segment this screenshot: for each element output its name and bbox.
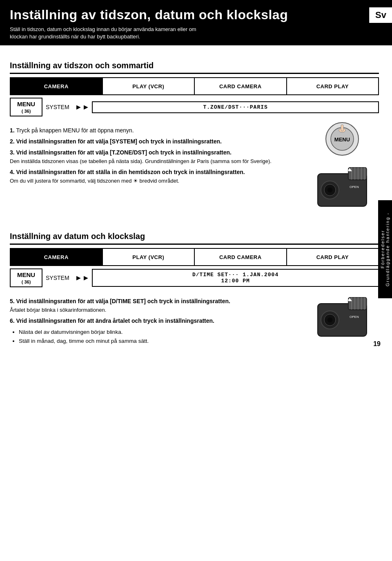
mode-card-camera: CARD CAMERA	[195, 78, 287, 94]
page-title: Inställning av tidszon, datum och klocks…	[10, 7, 382, 22]
svg-rect-6	[348, 168, 367, 180]
step-1: 1. Tryck på knappen MENU för att öppna m…	[10, 126, 298, 135]
system-label-2: SYSTEM	[46, 275, 69, 281]
section1-mode-bar: CAMERA PLAY (VCR) CARD CAMERA CARD PLAY	[10, 77, 379, 95]
main-content: Inställning av tidszon och sommartid CAM…	[0, 55, 392, 356]
svg-text:OPEN: OPEN	[350, 185, 359, 189]
menu-box-1: MENU ( 36)	[10, 98, 42, 116]
bullet-1: Nästa del av datumvisningen börjar blink…	[19, 328, 298, 337]
section2-steps: 5. Vrid inställningsratten för att välja…	[10, 291, 298, 345]
bullet-list: Nästa del av datumvisningen börjar blink…	[19, 328, 298, 345]
menu-button-illustration: MENU	[305, 121, 379, 159]
page-header: Inställning av tidszon, datum och klocks…	[0, 0, 392, 45]
svg-rect-4	[341, 125, 343, 131]
dial-svg-2: OPEN	[314, 295, 371, 344]
svg-point-15	[327, 188, 332, 192]
mode-camera: CAMERA	[11, 78, 103, 94]
section2-title: Inställning av datum och klockslag	[10, 226, 379, 245]
step-3: 3. Vrid inställningsratten för att välja…	[10, 148, 298, 165]
menu-sub-1: ( 36)	[15, 108, 38, 114]
sidebar-label: Grundläggande hantering - Förberedelser	[378, 200, 392, 298]
step-6: 6. Vrid inställningsratten för att ändra…	[10, 317, 298, 325]
dial-svg: OPEN	[314, 165, 371, 215]
menu-label-1: MENU	[15, 100, 38, 108]
mode2-play-vcr: PLAY (VCR)	[103, 249, 195, 265]
menu-box-2: MENU ( 36)	[10, 268, 42, 287]
menu-sub-2: ( 36)	[15, 279, 38, 285]
sv-badge: Sv	[369, 7, 392, 23]
section2-steps-row: 5. Vrid inställningsratten för att välja…	[10, 291, 379, 346]
header-subtitle: Ställ in tidszon, datum och klockslag in…	[10, 26, 382, 40]
svg-point-26	[327, 317, 332, 322]
step-5: 5. Vrid inställningsratten för att välja…	[10, 297, 298, 314]
menu-arrow-1: ►►	[75, 103, 90, 112]
menu-display-2: D/TIME SET··· 1.JAN.2004 12:00 PM	[92, 269, 379, 287]
section1-steps-row: 1. Tryck på knappen MENU för att öppna m…	[10, 121, 379, 216]
bullet-2: Ställ in månad, dag, timme och minut på …	[19, 337, 298, 346]
menu-label-2: MENU	[15, 271, 38, 279]
menu-arrow-2: ►►	[75, 274, 90, 282]
svg-text:OPEN: OPEN	[350, 315, 359, 319]
section1-title: Inställning av tidszon och sommartid	[10, 55, 379, 74]
mode-play-vcr: PLAY (VCR)	[103, 78, 195, 94]
svg-text:MENU: MENU	[334, 136, 350, 143]
sun-icon: ☀	[133, 177, 138, 185]
page-wrapper: Inställning av tidszon, datum och klocks…	[0, 0, 392, 356]
dial-image-col-2: OPEN	[305, 291, 379, 346]
page-number: 19	[373, 340, 381, 348]
system-label-1: SYSTEM	[46, 104, 69, 110]
step-2: 2. Vrid inställningsratten för att välja…	[10, 137, 298, 146]
step-4: 4. Vrid inställningsratten för att ställ…	[10, 168, 298, 185]
svg-rect-17	[348, 297, 367, 310]
mode2-camera: CAMERA	[11, 249, 103, 265]
dial-illustration: OPEN	[305, 165, 379, 216]
section2-menu-row: MENU ( 36) SYSTEM ►► D/TIME SET··· 1.JAN…	[10, 268, 379, 287]
dial-illustration-2: OPEN	[305, 295, 379, 346]
menu-display-1: T.ZONE/DST···PARIS	[92, 101, 379, 113]
mode-card-play: CARD PLAY	[287, 78, 379, 94]
menu-button-svg: MENU	[324, 121, 361, 157]
mode2-card-play: CARD PLAY	[287, 249, 379, 265]
mode2-card-camera: CARD CAMERA	[195, 249, 287, 265]
section1-menu-row: MENU ( 36) SYSTEM ►► T.ZONE/DST···PARIS	[10, 98, 379, 116]
section2-mode-bar: CAMERA PLAY (VCR) CARD CAMERA CARD PLAY	[10, 248, 379, 266]
section1: Inställning av tidszon och sommartid CAM…	[10, 55, 379, 216]
section2: Inställning av datum och klockslag CAMER…	[10, 226, 379, 346]
section1-steps: 1. Tryck på knappen MENU för att öppna m…	[10, 121, 298, 188]
dial-image-col: MENU	[305, 121, 379, 216]
